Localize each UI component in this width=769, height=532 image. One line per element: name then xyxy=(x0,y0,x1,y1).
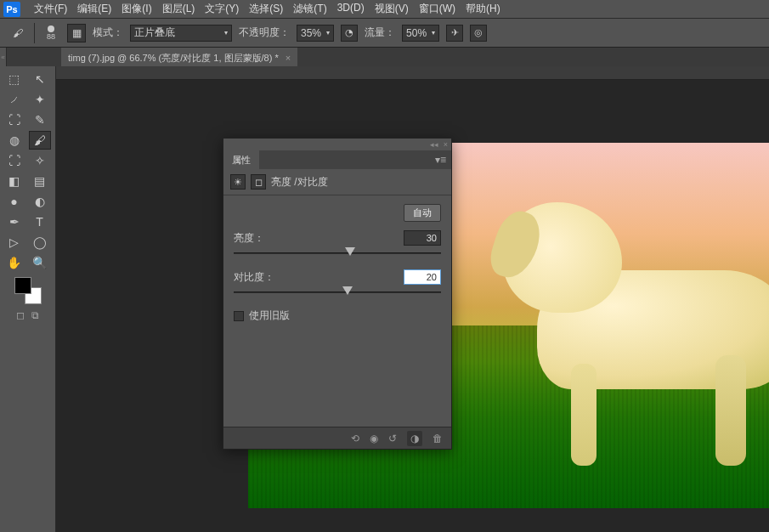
airbrush-icon[interactable]: ✈ xyxy=(446,25,463,42)
tool-type[interactable]: T xyxy=(29,212,51,231)
chevron-down-icon: ▾ xyxy=(326,29,330,37)
tool-gradient[interactable]: ▤ xyxy=(29,172,51,190)
brush-size-value: 88 xyxy=(47,32,55,41)
adjustment-header: ☀ ◻ 亮度 /对比度 xyxy=(223,169,451,195)
pressure-size-icon[interactable]: ◎ xyxy=(470,25,487,42)
tool-eraser[interactable]: ◧ xyxy=(3,172,25,190)
toggle-visibility-icon[interactable]: ◑ xyxy=(407,431,422,446)
blend-mode-value: 正片叠底 xyxy=(134,25,175,40)
blend-mode-dropdown[interactable]: 正片叠底 ▾ xyxy=(130,25,232,42)
tool-lasso[interactable]: ⟋ xyxy=(3,90,25,109)
tool-eyedropper[interactable]: ✎ xyxy=(29,110,51,129)
trash-icon[interactable]: 🗑 xyxy=(433,433,443,444)
document-tab[interactable]: timg (7).jpg @ 66.7% (亮度/对比度 1, 图层蒙版/8) … xyxy=(61,48,297,66)
app-logo: Ps xyxy=(3,2,20,17)
tool-zoom[interactable]: 🔍 xyxy=(29,253,51,272)
tool-pen[interactable]: ✒ xyxy=(3,212,25,231)
auto-button[interactable]: 自动 xyxy=(404,204,441,222)
mask-icon[interactable]: ◻ xyxy=(251,174,266,190)
panel-titlebar[interactable]: ◂◂ × xyxy=(223,139,451,150)
menu-3[interactable]: 图层(L) xyxy=(157,0,201,18)
contrast-input[interactable] xyxy=(404,269,441,285)
flow-label: 流量： xyxy=(365,25,395,40)
foreground-swatch[interactable] xyxy=(14,277,31,294)
tool-shape[interactable]: ◯ xyxy=(29,233,51,252)
brush-tool-icon[interactable]: 🖌 xyxy=(8,24,27,42)
menu-5[interactable]: 选择(S) xyxy=(244,0,288,18)
contrast-slider[interactable] xyxy=(234,288,441,297)
menu-9[interactable]: 窗口(W) xyxy=(414,0,461,18)
menu-bar: Ps 文件(F)编辑(E)图像(I)图层(L)文字(Y)选择(S)滤镜(T)3D… xyxy=(0,0,769,19)
menu-4[interactable]: 文字(Y) xyxy=(200,0,244,18)
view-previous-icon[interactable]: ◉ xyxy=(370,433,378,444)
tool-brush[interactable]: 🖌 xyxy=(29,131,51,150)
legacy-checkbox[interactable] xyxy=(234,311,244,321)
close-icon[interactable]: × xyxy=(444,140,448,149)
collapse-handle[interactable]: « xyxy=(0,48,7,66)
mode-label: 模式： xyxy=(93,25,123,40)
tool-crop[interactable]: ⛶ xyxy=(3,110,25,129)
flow-dropdown[interactable]: 50% ▾ xyxy=(402,25,439,42)
slider-thumb[interactable] xyxy=(345,247,355,256)
properties-tab[interactable]: 属性 xyxy=(223,150,259,170)
menu-6[interactable]: 滤镜(T) xyxy=(288,0,331,18)
panel-menu-icon[interactable]: ▾≡ xyxy=(430,154,451,166)
tool-sponge[interactable]: ◐ xyxy=(29,192,51,211)
tool-marquee[interactable]: ⬚ xyxy=(3,70,25,88)
canvas-content-dog xyxy=(503,177,769,449)
flow-value: 50% xyxy=(406,27,427,39)
document-tab-bar: timg (7).jpg @ 66.7% (亮度/对比度 1, 图层蒙版/8) … xyxy=(7,48,769,66)
options-bar: 🖌 88 ▦ 模式： 正片叠底 ▾ 不透明度： 35% ▾ ◔ 流量： 50% … xyxy=(0,19,769,48)
ruler-horizontal xyxy=(56,66,769,80)
menu-7[interactable]: 3D(D) xyxy=(332,0,370,18)
slider-thumb[interactable] xyxy=(342,286,353,295)
tool-blur[interactable]: ● xyxy=(3,192,25,211)
tool-stamp[interactable]: ⛶ xyxy=(3,151,25,170)
brightness-input[interactable] xyxy=(404,230,441,246)
brush-size-preset[interactable]: 88 xyxy=(42,25,60,41)
adjustment-name: 亮度 /对比度 xyxy=(271,175,328,190)
clip-icon[interactable]: ⟲ xyxy=(351,433,359,444)
quickmask-icon[interactable]: ◻ xyxy=(16,309,25,321)
properties-panel: ◂◂ × 属性 ▾≡ ☀ ◻ 亮度 /对比度 自动 亮度： 对比度： xyxy=(223,138,452,450)
brush-panel-toggle[interactable]: ▦ xyxy=(67,24,86,42)
chevron-down-icon: ▾ xyxy=(224,29,228,37)
close-icon[interactable]: × xyxy=(286,53,291,63)
legacy-label: 使用旧版 xyxy=(249,308,290,323)
tool-history[interactable]: ✧ xyxy=(29,151,51,170)
tool-move[interactable]: ↖ xyxy=(29,70,51,88)
menu-10[interactable]: 帮助(H) xyxy=(461,0,506,18)
contrast-label: 对比度： xyxy=(234,270,274,285)
pressure-opacity-icon[interactable]: ◔ xyxy=(341,25,358,42)
tool-wand[interactable]: ✦ xyxy=(29,90,51,109)
tool-hand[interactable]: ✋ xyxy=(3,253,25,272)
screenmode-icon[interactable]: ⧉ xyxy=(31,309,39,321)
menu-2[interactable]: 图像(I) xyxy=(116,0,156,18)
panel-footer: ⟲ ◉ ↺ ◑ 🗑 xyxy=(223,427,451,449)
menu-0[interactable]: 文件(F) xyxy=(29,0,72,18)
opacity-dropdown[interactable]: 35% ▾ xyxy=(297,25,334,42)
collapse-icon[interactable]: ◂◂ xyxy=(430,140,438,149)
color-swatches[interactable] xyxy=(14,277,42,304)
brightness-contrast-icon: ☀ xyxy=(230,174,246,190)
menu-8[interactable]: 视图(V) xyxy=(370,0,414,18)
reset-icon[interactable]: ↺ xyxy=(388,433,397,444)
brightness-slider[interactable] xyxy=(234,249,441,258)
opacity-label: 不透明度： xyxy=(239,25,290,40)
tools-panel: ⬚↖⟋✦⛶✎◍🖌⛶✧◧▤●◐✒T▷◯✋🔍 ◻ ⧉ xyxy=(0,66,56,532)
brightness-label: 亮度： xyxy=(234,231,264,246)
tool-healing[interactable]: ◍ xyxy=(3,131,25,150)
document-tab-title: timg (7).jpg @ 66.7% (亮度/对比度 1, 图层蒙版/8) … xyxy=(68,52,279,65)
chevron-down-icon: ▾ xyxy=(432,29,435,37)
opacity-value: 35% xyxy=(301,27,321,39)
menu-1[interactable]: 编辑(E) xyxy=(72,0,116,18)
brush-dot-icon xyxy=(48,25,54,32)
tool-path[interactable]: ▷ xyxy=(3,233,25,252)
